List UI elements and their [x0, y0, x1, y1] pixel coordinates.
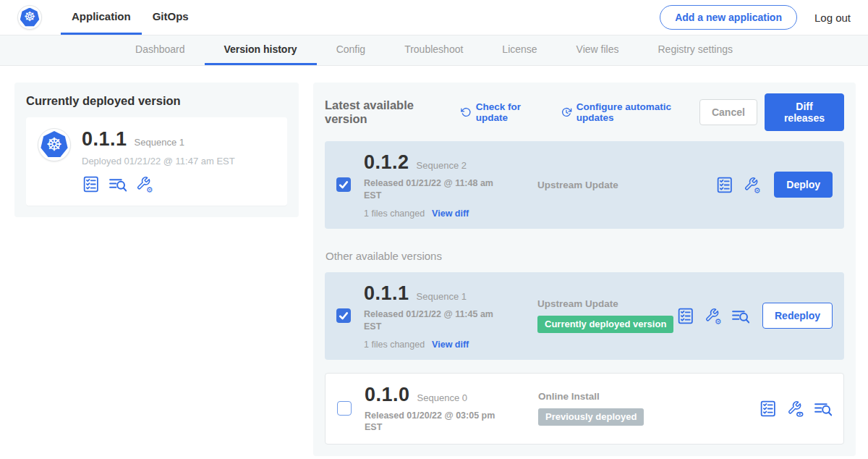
app-icon: ☸	[38, 128, 71, 161]
redeploy-button[interactable]: Redeploy	[762, 303, 833, 329]
version-source-label: Upstream Update	[537, 180, 715, 190]
app-logo: ☸	[17, 0, 42, 35]
version-number: 0.1.0	[365, 384, 410, 406]
preflight-checks-icon[interactable]	[82, 175, 100, 193]
checkmark-icon	[337, 178, 350, 191]
top-navbar: ☸ Application GitOps Add a new applicati…	[0, 0, 868, 35]
refresh-icon	[461, 106, 472, 118]
subnav-registry-settings[interactable]: Registry settings	[639, 35, 752, 65]
kubernetes-logo-icon: ☸	[17, 5, 42, 30]
deployed-timestamp: Deployed 01/21/22 @ 11:47 am EST	[82, 156, 235, 167]
add-application-button[interactable]: Add a new application	[660, 5, 797, 30]
view-diff-link[interactable]: View diff	[432, 209, 469, 219]
checkmark-icon	[337, 309, 350, 322]
previously-deployed-badge: Previously deployed	[538, 408, 644, 426]
config-view-icon[interactable]	[786, 400, 804, 418]
app-subnav: Dashboard Version history Config Trouble…	[0, 35, 868, 66]
tab-application[interactable]: Application	[61, 0, 142, 35]
files-changed-label: 1 files changed	[364, 340, 425, 350]
version-row-0-1-0: 0.1.0 Sequence 0 Released 01/20/22 @ 03:…	[325, 373, 844, 445]
diff-releases-button[interactable]: Diff releases	[765, 93, 844, 131]
subnav-license[interactable]: License	[482, 35, 556, 65]
current-version-number: 0.1.1	[82, 128, 127, 151]
version-source-label: Online Install	[538, 391, 759, 402]
config-settings-icon[interactable]	[135, 175, 153, 193]
sequence-label: Sequence 1	[417, 291, 467, 302]
deploy-logs-icon[interactable]	[109, 175, 127, 193]
released-timestamp: Released 01/21/22 @ 11:45 am EST	[364, 308, 501, 333]
auto-update-clock-icon	[561, 106, 572, 118]
logout-link[interactable]: Log out	[814, 12, 851, 24]
current-sequence-label: Sequence 1	[135, 137, 184, 148]
files-changed-label: 1 files changed	[364, 209, 425, 219]
latest-available-title: Latest available version	[325, 98, 448, 126]
version-number: 0.1.1	[364, 282, 409, 305]
topnav-spacer	[200, 0, 660, 35]
tab-gitops[interactable]: GitOps	[142, 0, 200, 35]
main-content: Currently deployed version ☸ 0.1.1 Seque…	[0, 66, 868, 456]
preflight-checks-icon[interactable]	[676, 307, 694, 325]
currently-deployed-panel: Currently deployed version ☸ 0.1.1 Seque…	[14, 83, 299, 217]
configure-automatic-updates-link[interactable]: Configure automatic updates	[561, 101, 699, 123]
deploy-logs-icon[interactable]	[731, 307, 749, 325]
version-history-panel: Latest available version Check for updat…	[313, 83, 856, 456]
other-versions-title: Other available versions	[326, 250, 844, 262]
version-row-0-1-1: 0.1.1 Sequence 1 Released 01/21/22 @ 11:…	[325, 272, 844, 360]
version-checkbox[interactable]	[336, 308, 351, 323]
currently-deployed-badge: Currently deployed version	[537, 316, 673, 333]
deploy-logs-icon[interactable]	[814, 400, 832, 418]
version-checkbox[interactable]	[337, 401, 352, 416]
sequence-label: Sequence 0	[417, 392, 467, 403]
sequence-label: Sequence 2	[417, 160, 467, 171]
cancel-button[interactable]: Cancel	[699, 99, 757, 125]
config-settings-icon[interactable]	[704, 307, 722, 325]
subnav-view-files[interactable]: View files	[557, 35, 639, 65]
subnav-version-history[interactable]: Version history	[205, 35, 317, 65]
current-version-card: ☸ 0.1.1 Sequence 1 Deployed 01/21/22 @ 1…	[26, 117, 287, 206]
version-checkbox[interactable]	[336, 177, 351, 192]
config-settings-icon[interactable]	[743, 176, 761, 194]
view-diff-link[interactable]: View diff	[432, 340, 469, 350]
version-row-0-1-2: 0.1.2 Sequence 2 Released 01/21/22 @ 11:…	[325, 141, 844, 229]
subnav-troubleshoot[interactable]: Troubleshoot	[385, 35, 482, 65]
released-timestamp: Released 01/20/22 @ 03:05 pm EST	[365, 410, 502, 434]
check-for-update-link[interactable]: Check for update	[461, 101, 548, 123]
deploy-button[interactable]: Deploy	[774, 172, 833, 198]
subnav-dashboard[interactable]: Dashboard	[116, 35, 205, 65]
currently-deployed-title: Currently deployed version	[26, 94, 287, 108]
version-number: 0.1.2	[364, 151, 409, 174]
released-timestamp: Released 01/21/22 @ 11:48 am EST	[364, 177, 501, 202]
preflight-checks-icon[interactable]	[759, 400, 777, 418]
preflight-checks-icon[interactable]	[715, 176, 733, 194]
subnav-config[interactable]: Config	[317, 35, 385, 65]
version-source-label: Upstream Update	[537, 298, 676, 309]
